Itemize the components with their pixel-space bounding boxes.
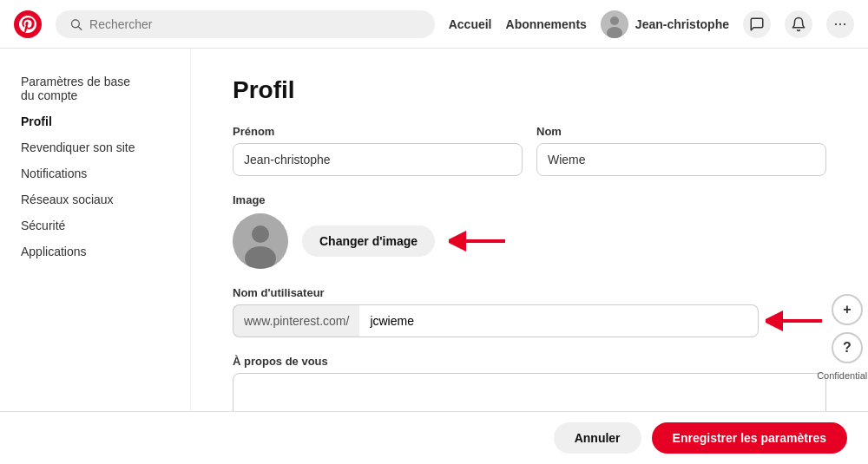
save-button[interactable]: Enregistrer les paramètres <box>652 422 847 454</box>
confidentiality-label: Confidentialité <box>817 370 868 381</box>
profil-title: Profil <box>233 76 826 104</box>
more-icon: ··· <box>833 15 846 33</box>
messages-icon-btn[interactable] <box>743 10 771 38</box>
sidebar-item-securite[interactable]: Sécurité <box>14 213 176 238</box>
plus-button[interactable]: + <box>832 294 863 325</box>
sidebar-item-revendiquer[interactable]: Revendiquer son site <box>14 135 176 160</box>
change-image-button[interactable]: Changer d'image <box>302 225 435 257</box>
image-row: Changer d'image <box>233 213 826 269</box>
user-menu[interactable]: Jean-christophe <box>601 10 729 38</box>
arrow-username <box>766 309 826 333</box>
notifications-icon-btn[interactable] <box>785 10 812 38</box>
image-label: Image <box>233 193 826 206</box>
more-icon-btn[interactable]: ··· <box>826 10 854 38</box>
search-input[interactable] <box>89 17 421 31</box>
help-button[interactable]: ? <box>832 332 863 363</box>
avatar <box>601 10 628 38</box>
page-layout: Paramètres de base du compte Profil Reve… <box>0 49 868 464</box>
username-prefix: www.pinterest.com/ <box>233 304 359 337</box>
arrow-change-image <box>449 229 510 253</box>
profile-avatar <box>233 213 288 269</box>
user-name: Jean-christophe <box>635 17 729 31</box>
sidebar-item-reseaux[interactable]: Réseaux sociaux <box>14 187 176 212</box>
sidebar-item-notifications[interactable]: Notifications <box>14 161 176 186</box>
username-group: Nom d'utilisateur www.pinterest.com/ <box>233 286 826 337</box>
image-section: Image Changer d'image <box>233 193 826 269</box>
nom-label: Nom <box>536 125 826 138</box>
nom-input[interactable] <box>536 143 826 176</box>
profil-section: Profil Prénom Nom Image <box>233 76 826 464</box>
header: Accueil Abonnements Jean-christophe <box>0 0 868 49</box>
main-content: Profil Prénom Nom Image <box>191 49 868 464</box>
messages-icon <box>749 16 765 32</box>
header-nav: Accueil Abonnements Jean-christophe <box>449 10 854 38</box>
prenom-group: Prénom <box>233 125 523 176</box>
search-bar[interactable] <box>56 10 435 38</box>
username-label: Nom d'utilisateur <box>233 286 826 299</box>
footer-bar: Annuler Enregistrer les paramètres <box>0 411 868 464</box>
nom-group: Nom <box>536 125 826 176</box>
svg-line-2 <box>78 26 81 29</box>
nav-home[interactable]: Accueil <box>449 17 492 31</box>
svg-point-0 <box>14 10 42 38</box>
nav-subscriptions[interactable]: Abonnements <box>506 17 587 31</box>
notifications-icon <box>791 16 806 32</box>
username-input-row: www.pinterest.com/ <box>233 304 826 337</box>
cancel-button[interactable]: Annuler <box>554 422 641 454</box>
svg-point-7 <box>252 225 269 243</box>
pinterest-logo[interactable] <box>14 10 42 38</box>
right-panel: + ? Confidentialité <box>826 280 868 395</box>
sidebar: Paramètres de base du compte Profil Reve… <box>0 49 191 464</box>
sidebar-item-profil[interactable]: Profil <box>14 109 176 134</box>
avatar-image <box>601 10 628 38</box>
svg-point-4 <box>610 16 619 25</box>
sidebar-item-applications[interactable]: Applications <box>14 239 176 264</box>
search-icon <box>69 17 82 31</box>
prenom-label: Prénom <box>233 125 523 138</box>
username-input[interactable] <box>359 304 759 337</box>
prenom-input[interactable] <box>233 143 523 176</box>
name-row: Prénom Nom <box>233 125 826 176</box>
about-label: À propos de vous <box>233 355 826 368</box>
avatar-preview <box>233 213 288 269</box>
sidebar-item-base-params[interactable]: Paramètres de base du compte <box>14 69 176 108</box>
